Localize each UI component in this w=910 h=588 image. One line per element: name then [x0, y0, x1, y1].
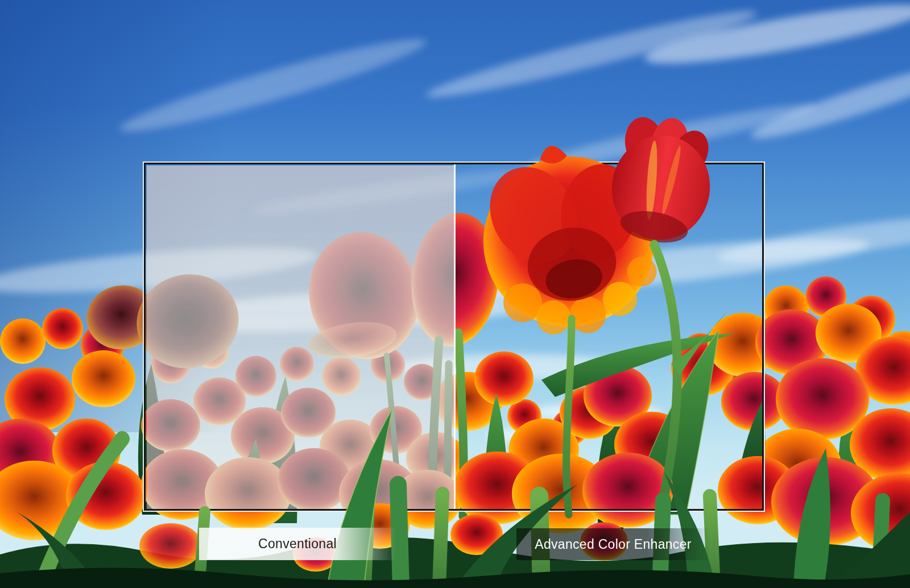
foreground-foliage [0, 408, 910, 588]
product-comparison-image: Conventional Advanced Color Enhancer [0, 0, 910, 588]
foreground-overlay [0, 0, 910, 588]
label-advanced-text: Advanced Color Enhancer [535, 537, 691, 552]
hero-tulips [468, 108, 728, 515]
label-conventional-text: Conventional [258, 536, 337, 551]
label-advanced-color-enhancer: Advanced Color Enhancer [516, 528, 710, 560]
label-conventional: Conventional [199, 528, 396, 560]
